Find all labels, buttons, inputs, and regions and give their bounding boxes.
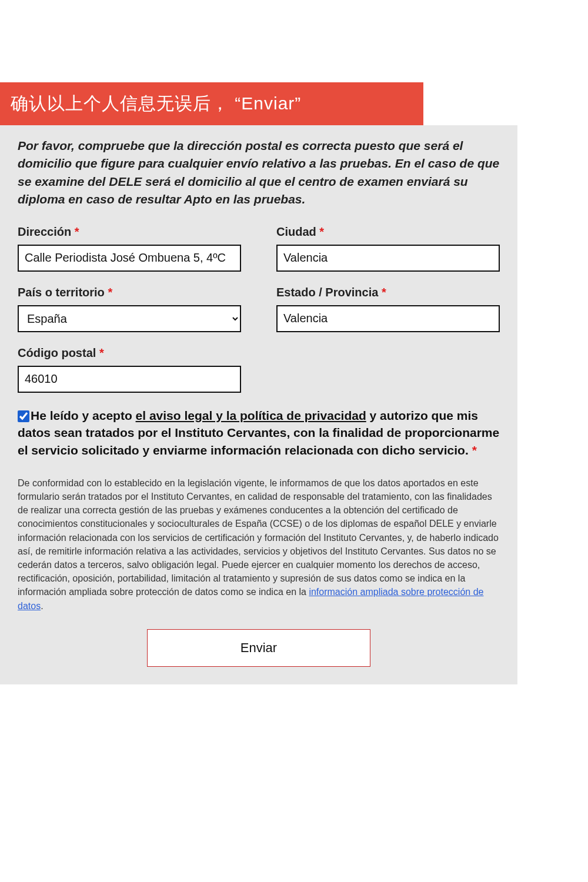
- label-pais: País o territorio *: [18, 286, 241, 299]
- instruction-banner: 确认以上个人信息无误后， “Enviar”: [0, 82, 423, 125]
- submit-button[interactable]: Enviar: [147, 629, 370, 667]
- label-pais-text: País o territorio: [18, 286, 105, 299]
- field-pais: País o territorio * España: [18, 286, 241, 332]
- label-cp-text: Código postal: [18, 346, 96, 359]
- row-1: Dirección * Ciudad *: [18, 225, 500, 272]
- required-mark: *: [99, 346, 104, 359]
- legal-body: De conformidad con lo establecido en la …: [18, 478, 499, 597]
- input-estado[interactable]: [276, 305, 500, 332]
- label-direccion: Dirección *: [18, 225, 241, 239]
- required-mark: *: [472, 443, 477, 457]
- address-form-panel: Por favor, compruebe que la dirección po…: [0, 125, 517, 684]
- legal-after: .: [41, 601, 43, 611]
- select-pais[interactable]: España: [18, 305, 241, 332]
- input-cp[interactable]: [18, 366, 241, 393]
- label-estado: Estado / Provincia *: [276, 286, 500, 299]
- row-2: País o territorio * España Estado / Prov…: [18, 286, 500, 332]
- required-mark: *: [108, 286, 112, 299]
- consent-legal-link[interactable]: el aviso legal y la política de privacid…: [136, 409, 366, 422]
- required-mark: *: [75, 225, 79, 238]
- required-mark: *: [382, 286, 386, 299]
- label-cp: Código postal *: [18, 346, 241, 360]
- row-3: Código postal *: [18, 346, 500, 393]
- required-mark: *: [319, 225, 324, 238]
- submit-wrap: Enviar: [18, 629, 500, 667]
- label-estado-text: Estado / Provincia: [276, 286, 378, 299]
- label-ciudad-text: Ciudad: [276, 225, 316, 238]
- consent-text-pre: He leído y acepto: [31, 409, 136, 422]
- consent-label[interactable]: He leído y acepto el aviso legal y la po…: [18, 409, 499, 457]
- consent-block: He leído y acepto el aviso legal y la po…: [18, 407, 500, 459]
- consent-checkbox[interactable]: [18, 410, 29, 422]
- label-ciudad: Ciudad *: [276, 225, 500, 239]
- field-direccion: Dirección *: [18, 225, 241, 272]
- legal-text: De conformidad con lo establecido en la …: [18, 476, 500, 613]
- field-cp: Código postal *: [18, 346, 241, 393]
- page-wrapper: 确认以上个人信息无误后， “Enviar” Por favor, comprue…: [0, 0, 588, 684]
- input-ciudad[interactable]: [276, 245, 500, 272]
- field-ciudad: Ciudad *: [276, 225, 500, 272]
- intro-text: Por favor, compruebe que la dirección po…: [18, 137, 500, 209]
- input-direccion[interactable]: [18, 245, 241, 272]
- field-estado: Estado / Provincia *: [276, 286, 500, 332]
- label-direccion-text: Dirección: [18, 225, 71, 238]
